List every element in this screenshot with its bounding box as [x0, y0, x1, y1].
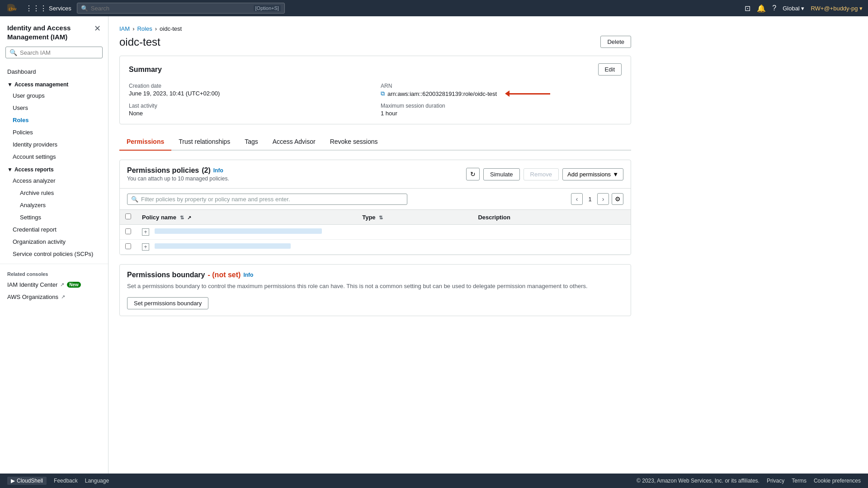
boundary-info-link[interactable]: Info: [243, 272, 253, 278]
tab-access-advisor[interactable]: Access Advisor: [265, 133, 323, 151]
tabs: Permissions Trust relationships Tags Acc…: [119, 133, 631, 151]
sidebar-item-policies-label: Policies: [13, 129, 33, 136]
sidebar-section-access-reports[interactable]: ▼ Access reports: [0, 163, 108, 175]
services-menu[interactable]: ⋮⋮⋮ Services: [25, 4, 71, 13]
arn-label: ARN: [381, 83, 622, 89]
last-activity-value: None: [129, 110, 370, 117]
select-all-checkbox[interactable]: [125, 213, 131, 219]
permissions-title-area: Permissions policies (2) Info You can at…: [127, 166, 229, 182]
sidebar-item-archive-rules[interactable]: Archive rules: [0, 187, 108, 199]
policy-table: Policy name ⇅ ↗ Type ⇅ Description: [120, 210, 631, 255]
chevron-down-icon-reports: ▼: [7, 166, 13, 173]
add-permissions-label: Add permissions: [567, 171, 611, 178]
sidebar-item-archive-rules-label: Archive rules: [20, 190, 54, 196]
sidebar-item-organization-activity[interactable]: Organization activity: [0, 236, 108, 248]
filter-input-wrap[interactable]: 🔍: [127, 194, 407, 205]
sidebar-item-aws-organizations[interactable]: AWS Organizations ↗: [0, 291, 108, 303]
main-content: IAM › Roles › oidc-test oidc-test Delete…: [108, 16, 868, 474]
sidebar-title-text: Identity and Access Management (IAM): [7, 24, 94, 41]
sidebar-close-button[interactable]: ✕: [94, 24, 101, 33]
tab-revoke-sessions[interactable]: Revoke sessions: [323, 133, 385, 151]
sidebar-item-identity-providers[interactable]: Identity providers: [0, 138, 108, 151]
arrow-head: [505, 90, 509, 97]
boundary-title: Permissions boundary - (not set) Info: [127, 271, 623, 279]
breadcrumb-roles[interactable]: Roles: [137, 25, 152, 32]
sidebar-item-roles[interactable]: Roles: [0, 114, 108, 126]
set-permissions-boundary-button[interactable]: Set permissions boundary: [127, 297, 208, 309]
permissions-header: Permissions policies (2) Info You can at…: [120, 160, 631, 189]
policy-filter-input[interactable]: [141, 196, 403, 203]
account-menu[interactable]: RW+@+buddy-pg ▾: [811, 5, 863, 12]
col-header-type: Type ⇅: [357, 210, 472, 225]
max-session-value: 1 hour: [381, 110, 622, 117]
add-permissions-button[interactable]: Add permissions ▼: [562, 168, 623, 180]
col-header-policy-name: Policy name ⇅ ↗: [137, 210, 357, 225]
edit-button[interactable]: Edit: [598, 63, 622, 76]
delete-button[interactable]: Delete: [600, 36, 631, 48]
row-1-expand-icon[interactable]: +: [142, 228, 149, 236]
global-search-bar[interactable]: 🔍 [Option+S]: [77, 3, 285, 14]
row-1-checkbox[interactable]: [125, 228, 131, 234]
sidebar-search-input[interactable]: [20, 49, 99, 56]
simulate-button[interactable]: Simulate: [483, 168, 520, 180]
sidebar-item-user-groups[interactable]: User groups: [0, 90, 108, 102]
aws-logo[interactable]: [5, 4, 20, 13]
table-header: Policy name ⇅ ↗ Type ⇅ Description: [120, 210, 631, 225]
sidebar-item-policies[interactable]: Policies: [0, 126, 108, 138]
cloud-icon[interactable]: ⊡: [745, 4, 750, 13]
help-icon[interactable]: ?: [772, 4, 776, 12]
breadcrumb-iam[interactable]: IAM: [119, 25, 130, 32]
permissions-title: Permissions policies (2) Info: [127, 166, 229, 175]
breadcrumb-sep-2: ›: [155, 25, 157, 32]
remove-button[interactable]: Remove: [524, 168, 559, 180]
sidebar-item-analyzers-label: Analyzers: [20, 202, 46, 208]
sidebar-item-credential-report-label: Credential report: [13, 226, 57, 233]
top-nav: ⋮⋮⋮ Services 🔍 [Option+S] ⊡ 🔔 ? Global ▾…: [0, 0, 868, 16]
max-session-label: Maximum session duration: [381, 103, 622, 109]
sidebar-item-iam-identity-center[interactable]: IAM Identity Center ↗ New: [0, 279, 108, 291]
boundary-section: Permissions boundary - (not set) Info Se…: [119, 264, 631, 316]
sidebar-search[interactable]: 🔍: [5, 47, 103, 58]
sidebar-item-settings[interactable]: Settings: [0, 211, 108, 223]
refresh-button[interactable]: ↻: [466, 168, 480, 180]
sidebar-item-analyzers[interactable]: Analyzers: [0, 199, 108, 211]
row-2-expand-icon[interactable]: +: [142, 243, 149, 251]
sidebar-item-organization-activity-label: Organization activity: [13, 238, 66, 245]
permissions-controls: ↻ Simulate Remove Add permissions ▼: [466, 168, 623, 180]
row-2-checkbox[interactable]: [125, 243, 131, 249]
permissions-info-link[interactable]: Info: [213, 167, 223, 174]
sidebar-item-dashboard[interactable]: Dashboard: [0, 66, 108, 78]
sidebar-item-service-control-policies[interactable]: Service control policies (SCPs): [0, 248, 108, 260]
tab-trust-relationships[interactable]: Trust relationships: [171, 133, 237, 151]
sidebar-item-settings-label: Settings: [20, 214, 41, 221]
sidebar-section-access-management[interactable]: ▼ Access management: [0, 78, 108, 90]
copy-arn-icon[interactable]: ⧉: [381, 90, 385, 97]
summary-grid: Creation date June 19, 2023, 10:41 (UTC+…: [129, 83, 622, 117]
sidebar-item-user-groups-label: User groups: [13, 92, 45, 99]
sidebar-search-icon: 🔍: [9, 49, 17, 56]
chevron-down-icon: ▼: [7, 81, 13, 88]
sidebar-item-access-analyzer[interactable]: Access analyzer: [0, 175, 108, 187]
filter-bar: 🔍 ‹ 1 › ⚙: [120, 189, 631, 210]
tab-tags[interactable]: Tags: [237, 133, 265, 151]
top-nav-right: ⊡ 🔔 ? Global ▾ RW+@+buddy-pg ▾: [745, 4, 863, 13]
sidebar-item-users[interactable]: Users: [0, 102, 108, 114]
summary-title: Summary: [129, 66, 162, 74]
table-body: + +: [120, 225, 631, 255]
breadcrumb-sep-1: ›: [132, 25, 134, 32]
permissions-subtitle: You can attach up to 10 managed policies…: [127, 175, 229, 182]
sidebar-item-users-label: Users: [13, 104, 28, 111]
sidebar-item-credential-report[interactable]: Credential report: [0, 223, 108, 236]
sidebar-item-service-control-policies-label: Service control policies (SCPs): [13, 251, 93, 257]
page-number: 1: [585, 196, 594, 203]
breadcrumb-current: oidc-test: [160, 25, 182, 32]
global-search-input[interactable]: [91, 5, 251, 12]
region-selector[interactable]: Global ▾: [783, 5, 804, 12]
table-settings-button[interactable]: ⚙: [612, 193, 623, 205]
bell-icon[interactable]: 🔔: [757, 4, 766, 13]
sidebar-item-account-settings[interactable]: Account settings: [0, 151, 108, 163]
next-page-button[interactable]: ›: [597, 193, 609, 205]
tab-permissions[interactable]: Permissions: [119, 133, 171, 151]
prev-page-button[interactable]: ‹: [571, 193, 583, 205]
sidebar-item-access-analyzer-label: Access analyzer: [13, 177, 56, 184]
